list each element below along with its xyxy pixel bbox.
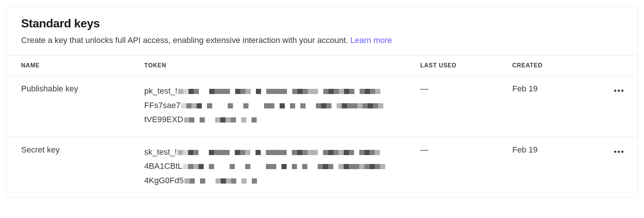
token-value[interactable]: pk_test_! FFs7sae7 tVE99EXD [144,84,374,127]
key-last-used: — [420,76,512,137]
pixelated-mask-icon [184,117,257,123]
token-prefix: 4KgG0Fd5 [144,174,184,188]
col-header-created: CREATED [512,56,604,76]
pixelated-mask-icon [178,150,380,155]
token-prefix: tVE99EXD [144,113,183,127]
col-header-token: TOKEN [144,56,420,76]
subtitle-text: Create a key that unlocks full API acces… [21,36,350,45]
pixelated-mask-icon [184,178,257,184]
col-header-name: NAME [6,56,144,76]
token-prefix: FFs7sae7 [144,98,181,113]
key-created: Feb 19 [512,76,604,137]
pixelated-mask-icon [181,103,383,108]
card-title: Standard keys [21,17,623,30]
pixelated-mask-icon [178,89,380,94]
token-value[interactable]: sk_test_! 4BA1CBtL 4KgG0Fd5 [144,145,374,188]
key-name: Secret key [6,137,144,197]
key-name: Publishable key [6,76,144,137]
key-created: Feb 19 [512,137,604,197]
row-actions-button[interactable]: ••• [613,84,626,97]
key-token-cell: pk_test_! FFs7sae7 tVE99EXD [144,76,420,137]
token-prefix: 4BA1CBtL [144,159,183,174]
token-prefix: pk_test_! [144,84,177,98]
token-prefix: sk_test_! [144,145,177,160]
col-header-actions [604,56,638,76]
key-last-used: — [420,137,512,197]
table-row: Secret key sk_test_! 4BA1CBtL 4KgG0Fd5 [6,137,638,197]
row-actions-button[interactable]: ••• [613,145,626,158]
col-header-last-used: LAST USED [420,56,512,76]
more-horizontal-icon: ••• [614,148,624,156]
key-token-cell: sk_test_! 4BA1CBtL 4KgG0Fd5 [144,137,420,197]
table-header-row: NAME TOKEN LAST USED CREATED [6,56,638,76]
keys-table: NAME TOKEN LAST USED CREATED Publishable… [6,56,638,197]
card-subtitle: Create a key that unlocks full API acces… [21,34,623,46]
standard-keys-card: Standard keys Create a key that unlocks … [6,6,638,198]
card-header: Standard keys Create a key that unlocks … [6,6,638,56]
pixelated-mask-icon [183,164,385,169]
table-row: Publishable key pk_test_! FFs7sae7 tVE99… [6,76,638,137]
learn-more-link[interactable]: Learn more [350,36,392,45]
more-horizontal-icon: ••• [614,87,624,95]
